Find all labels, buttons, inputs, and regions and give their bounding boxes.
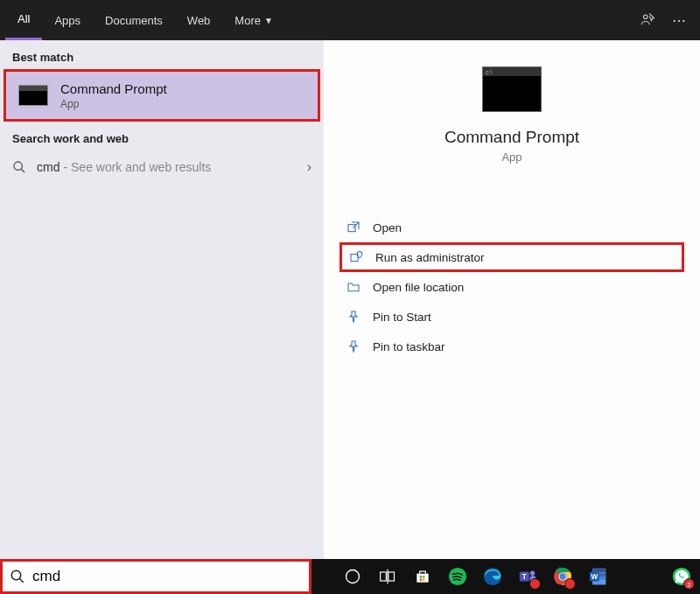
action-label: Run as administrator	[375, 251, 485, 264]
action-pin-taskbar[interactable]: Pin to taskbar	[340, 332, 684, 361]
svg-point-7	[346, 570, 360, 584]
edge-icon[interactable]	[478, 562, 508, 591]
feedback-icon[interactable]	[632, 4, 663, 36]
tab-web[interactable]: Web	[175, 0, 223, 40]
svg-point-1	[14, 162, 22, 170]
action-label: Pin to Start	[373, 311, 431, 324]
svg-point-0	[644, 15, 648, 19]
action-open-location[interactable]: Open file location	[340, 272, 684, 302]
preview-app-icon: c:\	[482, 66, 542, 112]
svg-rect-4	[351, 255, 358, 262]
svg-rect-14	[423, 579, 425, 582]
open-icon	[345, 220, 362, 234]
action-label: Open file location	[373, 281, 464, 294]
action-run-admin[interactable]: Run as administrator	[340, 242, 684, 272]
taskbar: T W 2	[0, 559, 700, 594]
preview-title: Command Prompt	[324, 128, 700, 147]
section-search-web: Search work and web	[0, 122, 324, 150]
action-open[interactable]: Open	[340, 213, 684, 242]
svg-line-6	[19, 578, 24, 583]
shield-icon	[347, 250, 365, 264]
store-icon[interactable]	[408, 562, 438, 591]
svg-rect-11	[420, 576, 423, 578]
search-input[interactable]	[32, 568, 302, 585]
task-view-icon[interactable]	[373, 562, 402, 591]
svg-point-19	[530, 571, 536, 577]
results-panel: Best match Command Prompt App Search wor…	[0, 40, 324, 559]
web-query: cmd	[37, 160, 60, 174]
taskbar-search[interactable]	[0, 559, 312, 594]
spotify-icon[interactable]	[443, 562, 472, 591]
best-match-subtitle: App	[60, 98, 167, 110]
svg-point-23	[559, 573, 565, 579]
search-header-tabs: All Apps Documents Web More▼ ⋯	[0, 0, 700, 40]
svg-point-5	[11, 570, 21, 580]
preview-panel: c:\ Command Prompt App Open Run as admin…	[324, 40, 700, 559]
svg-text:W: W	[591, 573, 598, 581]
action-pin-start[interactable]: Pin to Start	[340, 302, 684, 332]
more-options-icon[interactable]: ⋯	[663, 4, 695, 36]
tab-apps[interactable]: Apps	[42, 0, 93, 40]
action-label: Pin to taskbar	[373, 340, 445, 353]
teams-icon[interactable]: T	[513, 562, 542, 591]
web-hint: - See work and web results	[63, 160, 211, 174]
svg-rect-12	[423, 576, 425, 578]
pin-icon	[345, 310, 362, 324]
tab-more[interactable]: More▼	[222, 0, 285, 40]
best-match-title: Command Prompt	[60, 81, 167, 96]
whatsapp-icon[interactable]: 2	[667, 562, 696, 591]
svg-rect-8	[381, 572, 387, 581]
search-web-item[interactable]: cmd - See work and web results ›	[0, 150, 324, 184]
word-icon[interactable]: W	[583, 562, 612, 591]
svg-text:2: 2	[687, 581, 691, 589]
svg-rect-9	[388, 572, 395, 581]
svg-text:T: T	[522, 573, 527, 581]
section-best-match: Best match	[0, 40, 324, 69]
svg-line-2	[21, 169, 24, 172]
pin-icon	[345, 339, 362, 353]
tab-all[interactable]: All	[5, 0, 42, 40]
cortana-icon[interactable]	[338, 562, 368, 591]
svg-rect-3	[348, 225, 355, 232]
search-icon	[10, 569, 25, 584]
command-prompt-icon	[18, 85, 48, 106]
svg-rect-13	[420, 579, 423, 582]
tab-documents[interactable]: Documents	[93, 0, 175, 40]
chrome-icon[interactable]	[548, 562, 578, 591]
folder-icon	[345, 280, 362, 294]
action-label: Open	[373, 221, 402, 234]
preview-subtitle: App	[324, 150, 700, 164]
best-match-item[interactable]: Command Prompt App	[4, 69, 320, 122]
chevron-right-icon: ›	[307, 159, 312, 175]
search-icon	[12, 160, 32, 174]
